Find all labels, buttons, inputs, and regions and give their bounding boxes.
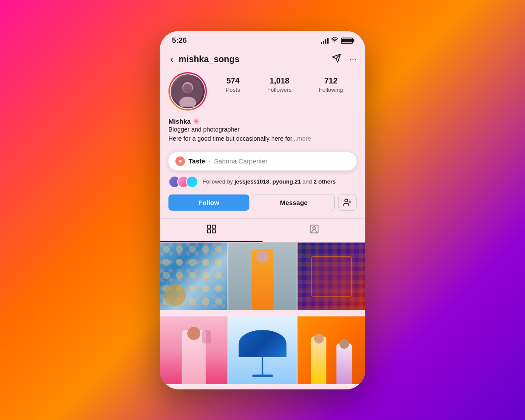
svg-rect-13 (212, 230, 215, 233)
status-bar: 5:26 (160, 31, 365, 49)
svg-rect-11 (212, 225, 215, 228)
following-count: 712 (324, 76, 337, 86)
follow-button[interactable]: Follow (168, 194, 249, 211)
grid-item-5[interactable] (228, 316, 296, 384)
display-name: Mishka 🌸 (168, 118, 357, 125)
stats-section: 574 Posts 1,018 Followers 712 Following (160, 72, 365, 118)
avatar-inner (170, 73, 206, 109)
follower-avatar-3 (186, 176, 198, 188)
music-note-icon (175, 156, 185, 166)
followers-count: 1,018 (270, 76, 289, 86)
signal-icon (321, 38, 329, 44)
more-options-icon[interactable]: ··· (349, 54, 357, 64)
song-title: Taste (189, 157, 205, 165)
svg-point-15 (313, 227, 315, 229)
followers-label: Followers (267, 87, 292, 93)
grid-item-2[interactable] (228, 243, 296, 310)
follower-avatars (168, 176, 195, 188)
grid-item-3[interactable] (298, 243, 365, 310)
music-separator: · (209, 157, 210, 165)
svg-rect-10 (207, 225, 210, 228)
message-button[interactable]: Message (253, 194, 335, 211)
tab-bar (160, 218, 365, 243)
phone-frame: 5:26 (160, 31, 365, 389)
person-tag-icon (309, 224, 319, 237)
bio-line-2: Here for a good time but occasionally he… (168, 134, 357, 143)
back-button[interactable]: ‹ (168, 52, 175, 67)
grid-item-1[interactable] (160, 243, 228, 310)
username-title: mishka_songs (178, 54, 332, 64)
svg-point-6 (183, 83, 192, 93)
action-buttons: Follow Message (160, 194, 365, 218)
background: 5:26 (0, 0, 525, 420)
posts-stat[interactable]: 574 Posts (226, 76, 240, 93)
photo-grid (160, 243, 365, 389)
stats-numbers: 574 Posts 1,018 Followers 712 Following (212, 72, 357, 93)
verified-emoji: 🌸 (192, 118, 200, 125)
tab-grid[interactable] (160, 219, 262, 242)
bio-more[interactable]: ...more (292, 135, 312, 142)
add-friend-button[interactable] (338, 194, 357, 211)
send-icon[interactable] (332, 53, 341, 65)
tab-tagged[interactable] (262, 219, 365, 242)
bio-line-1: Blogger and photographer (168, 125, 357, 134)
header-actions: ··· (332, 53, 357, 65)
svg-point-7 (345, 199, 348, 202)
status-time: 5:26 (172, 36, 187, 45)
followed-text: Followed by jessjess1018, pyoung.21 and … (203, 178, 336, 185)
profile-header: ‹ mishka_songs ··· (160, 49, 365, 72)
followed-by: Followed by jessjess1018, pyoung.21 and … (160, 176, 365, 194)
grid-item-6[interactable] (298, 316, 365, 384)
posts-count: 574 (226, 76, 239, 86)
svg-point-0 (334, 42, 335, 42)
bio-section: Mishka 🌸 Blogger and photographer Here f… (160, 118, 365, 149)
grid-item-4[interactable] (160, 316, 228, 384)
wifi-icon (331, 37, 338, 44)
followers-stat[interactable]: 1,018 Followers (267, 76, 292, 93)
avatar-container (168, 72, 207, 111)
battery-icon (341, 38, 353, 44)
music-tooltip[interactable]: Taste · Sabrina Carpenter (168, 152, 357, 170)
posts-label: Posts (226, 87, 240, 93)
avatar (171, 74, 205, 108)
artist-name: Sabrina Carpenter (214, 157, 268, 165)
svg-rect-12 (207, 230, 210, 233)
status-icons (321, 37, 353, 44)
following-label: Following (319, 87, 343, 93)
grid-icon (206, 224, 217, 237)
following-stat[interactable]: 712 Following (319, 76, 343, 93)
